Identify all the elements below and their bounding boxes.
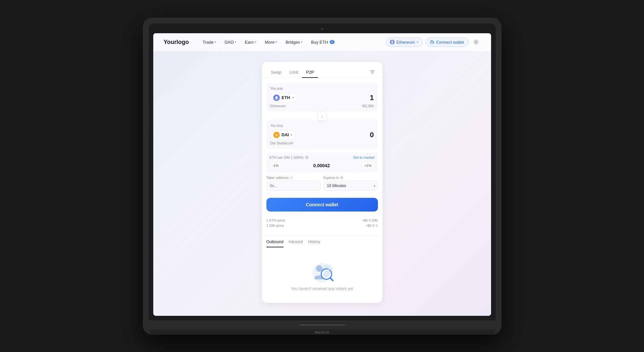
ethereum-label: Ethereum <box>397 40 415 45</box>
buy-section: You buy D DAI ▾ <box>266 120 378 149</box>
buy-token-name: DAI <box>282 132 289 137</box>
laptop-brand-label: Macbook <box>149 330 496 334</box>
swap-card: Swap Limit P2P <box>262 62 382 303</box>
ethereum-chevron-icon: ▾ <box>417 40 418 44</box>
price-info: 1 ETH price ~$0 0 DAI 1 DAI price ~$0 0 … <box>266 216 378 231</box>
order-tab-inbound[interactable]: Inbound <box>289 240 303 247</box>
tab-limit[interactable]: Limit <box>285 67 302 78</box>
pay-token-chevron-icon: ▾ <box>292 96 294 99</box>
pay-label: You pay <box>270 86 374 90</box>
navbar: Yourlogo Trade ▾ DAO ▾ Earn ▾ <box>153 33 491 51</box>
svg-line-14 <box>330 278 333 281</box>
buy-subrow: Dai Stablecoin <box>270 141 374 145</box>
trade-chevron: ▾ <box>215 40 216 44</box>
buy-label: You buy <box>270 124 374 127</box>
svg-point-1 <box>433 42 433 43</box>
filter-icon[interactable] <box>367 67 377 78</box>
eth-price-value: ~$0 0 DAI <box>362 218 378 222</box>
empty-state: You haven't received any orders yet <box>262 247 382 303</box>
rate-header: ETH per DAI (-100%) i Set to market <box>270 155 375 159</box>
buy-token-row: D DAI ▾ 0 <box>270 130 374 140</box>
dai-price-row: 1 DAI price ~$0 0 Ξ <box>266 223 378 228</box>
main-content: Swap Limit P2P <box>153 51 491 316</box>
pay-token-name: ETH <box>282 95 290 100</box>
tab-p2p[interactable]: P2P <box>302 67 318 78</box>
dai-price-value: ~$0 0 Ξ <box>365 224 378 227</box>
pay-usd: ~$2,384 <box>361 104 374 108</box>
expires-section: Expires in i 10 Minutes 1 Minute 5 Minut… <box>323 176 378 191</box>
bridges-chevron: ▾ <box>301 40 303 44</box>
screen-bezel: Yourlogo Trade ▾ DAO ▾ Earn ▾ <box>149 23 496 320</box>
nav-item-buy-eth[interactable]: Buy ETH N <box>308 38 338 47</box>
buy-amount[interactable]: 0 <box>370 131 374 139</box>
expires-wrapper: 10 Minutes 1 Minute 5 Minutes 30 Minutes… <box>323 181 378 191</box>
buy-token-selector[interactable]: D DAI ▾ <box>270 130 295 140</box>
taker-copy-icon[interactable] <box>290 176 293 179</box>
new-badge: N <box>330 40 335 44</box>
set-to-market-button[interactable]: Set to market <box>353 155 374 159</box>
expires-info-icon[interactable]: i <box>340 176 343 179</box>
connect-wallet-main-button[interactable]: Connect wallet <box>266 198 378 212</box>
pay-network: Ethereum <box>270 104 286 108</box>
rate-section: ETH per DAI (-100%) i Set to market -1% … <box>266 152 378 172</box>
camera <box>321 28 323 30</box>
trade-label: Trade <box>202 40 213 45</box>
settings-button[interactable] <box>472 37 481 47</box>
rate-controls: -1% 0.00042 +1% <box>270 162 375 169</box>
nav-item-trade[interactable]: Trade ▾ <box>199 38 219 47</box>
dai-price-label: 1 DAI price <box>266 224 284 227</box>
nav-item-bridges[interactable]: Bridges ▾ <box>282 38 306 47</box>
eth-price-row: 1 ETH price ~$0 0 DAI <box>266 218 378 223</box>
more-label: More <box>265 40 275 45</box>
laptop-base: Macbook <box>149 330 496 335</box>
laptop-notch <box>299 324 345 326</box>
nav-item-more[interactable]: More ▾ <box>262 38 280 47</box>
dao-chevron: ▾ <box>235 40 236 44</box>
expires-label: Expires in i <box>323 176 378 180</box>
swap-direction-button[interactable]: ↓ <box>318 112 327 121</box>
taker-address-input[interactable] <box>266 181 321 191</box>
order-tab-outbound[interactable]: Outbound <box>266 240 284 247</box>
connect-wallet-nav-label: Connect wallet <box>436 40 464 45</box>
nav-item-dao[interactable]: DAO ▾ <box>221 38 240 47</box>
card-body: You pay ETH <box>262 78 382 235</box>
dai-icon: D <box>273 132 280 138</box>
tab-swap[interactable]: Swap <box>267 67 286 78</box>
pay-subrow: Ethereum ~$2,384 <box>270 104 374 108</box>
ethereum-dot-icon <box>390 40 395 44</box>
pay-amount[interactable]: 1 <box>370 94 374 102</box>
rate-info-icon[interactable]: i <box>305 155 309 159</box>
connect-wallet-nav-button[interactable]: Connect wallet <box>425 37 469 47</box>
svg-rect-8 <box>291 176 293 178</box>
ethereum-network-button[interactable]: Ethereum ▾ <box>386 37 423 47</box>
logo: Yourlogo <box>164 39 189 46</box>
card-tabs: Swap Limit P2P <box>262 62 382 78</box>
eth-icon <box>273 95 280 101</box>
taker-section: Taker address <box>266 176 321 191</box>
nav-item-earn[interactable]: Earn ▾ <box>242 38 260 47</box>
earn-chevron: ▾ <box>255 40 256 44</box>
buy-network: Dai Stablecoin <box>270 141 293 145</box>
rate-label: ETH per DAI (-100%) i <box>270 155 309 159</box>
wallet-icon <box>430 40 434 44</box>
order-details: Taker address Expires <box>266 176 378 191</box>
empty-illustration <box>307 257 337 286</box>
empty-message: You haven't received any orders yet <box>291 286 353 291</box>
nav-links: Trade ▾ DAO ▾ Earn ▾ More ▾ <box>199 38 386 47</box>
buy-token-chevron-icon: ▾ <box>291 133 292 137</box>
svg-point-13 <box>323 271 330 277</box>
pay-token-row: ETH ▾ 1 <box>270 93 374 103</box>
laptop-frame: Yourlogo Trade ▾ DAO ▾ Earn ▾ <box>143 18 502 335</box>
rate-minus-button[interactable]: -1% <box>270 162 282 169</box>
screen: Yourlogo Trade ▾ DAO ▾ Earn ▾ <box>153 33 491 316</box>
dao-label: DAO <box>225 40 234 45</box>
svg-point-2 <box>475 41 477 43</box>
taker-label: Taker address <box>266 176 321 180</box>
order-tab-history[interactable]: History <box>308 240 320 247</box>
pay-section: You pay ETH <box>266 82 378 112</box>
rate-plus-button[interactable]: +1% <box>361 162 374 169</box>
order-tabs: Outbound Inbound History <box>262 235 382 247</box>
swap-arrow-container: ↓ <box>266 112 378 121</box>
pay-token-selector[interactable]: ETH ▾ <box>270 93 297 103</box>
expires-select[interactable]: 10 Minutes 1 Minute 5 Minutes 30 Minutes… <box>323 181 378 191</box>
